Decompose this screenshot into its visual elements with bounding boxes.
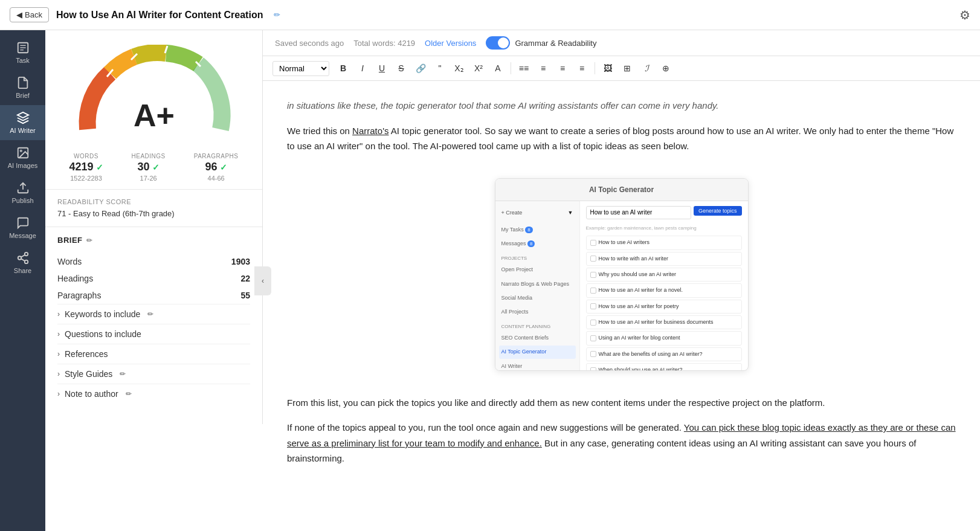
italic-button[interactable]: I (353, 60, 372, 77)
sidebar-item-task-label: Task (16, 57, 30, 64)
sidebar-item-publish[interactable]: Publish (0, 175, 45, 210)
brief-edit-icon[interactable]: ✏ (86, 236, 92, 245)
unordered-list-button[interactable]: ≡ (553, 60, 572, 77)
top-bar-left: ◀ Back How to Use An AI Writer for Conte… (10, 7, 280, 22)
editor-content[interactable]: in situations like these, the topic gene… (263, 81, 980, 531)
svg-line-10 (21, 259, 24, 261)
image-button[interactable]: 🖼 (599, 60, 617, 77)
brief-paragraphs-value: 55 (240, 291, 250, 300)
headings-range: 17-26 (140, 175, 157, 182)
references-label: References (65, 349, 108, 359)
underline-button[interactable]: U (373, 60, 391, 77)
style-guides-chevron: › (57, 370, 60, 378)
sidebar-item-publish-label: Publish (11, 197, 33, 204)
format-select[interactable]: Normal Heading 1 Heading 2 Heading 3 (272, 61, 329, 76)
clear-format-button[interactable]: ℐ (637, 60, 656, 77)
brief-headings-label: Headings (57, 274, 93, 283)
toolbar-separator-1 (511, 62, 511, 74)
older-versions-link[interactable]: Older Versions (425, 39, 476, 48)
note-to-author-label: Note to author (65, 389, 118, 399)
style-guides-collapsible[interactable]: › Style Guides ✏ (57, 364, 250, 384)
sidebar-item-share[interactable]: Share (0, 245, 45, 280)
headings-check: ✓ (152, 163, 160, 172)
sidebar-item-message-label: Message (9, 232, 36, 239)
svg-point-8 (18, 256, 21, 260)
note-to-author-edit-icon[interactable]: ✏ (126, 390, 132, 398)
paragraphs-label: PARAGRAPHS (194, 153, 239, 159)
font-color-button[interactable]: A (489, 60, 507, 77)
para4-prefix: If none of the topics appeal to you, run… (287, 422, 684, 433)
subscript-button[interactable]: X₂ (450, 60, 468, 77)
page-title: How to Use An AI Writer for Content Crea… (56, 10, 263, 21)
keywords-chevron: › (57, 310, 60, 318)
saved-status: Saved seconds ago (275, 39, 344, 48)
quote-button[interactable]: " (431, 60, 449, 77)
svg-point-9 (24, 260, 28, 264)
keywords-label: Keywords to include (65, 309, 140, 319)
mock-header: AI Topic Generator (495, 179, 748, 201)
screenshot-container: AI Topic Generator + Create ▼ My Tasks 8… (287, 166, 956, 383)
grammar-label: Grammar & Readability (515, 39, 596, 48)
brief-title: BRIEF (57, 236, 83, 245)
style-guides-label: Style Guides (65, 369, 112, 379)
note-to-author-collapsible[interactable]: › Note to author ✏ (57, 384, 250, 404)
references-collapsible[interactable]: › References (57, 344, 250, 364)
grammar-toggle[interactable] (486, 36, 510, 50)
readability-title: READABILITY SCORE (57, 198, 250, 205)
gauge-container: A+ (45, 30, 262, 146)
keywords-collapsible[interactable]: › Keywords to include ✏ (57, 304, 250, 324)
toolbar: Normal Heading 1 Heading 2 Heading 3 B I… (263, 56, 980, 81)
back-button[interactable]: ◀ Back (10, 7, 49, 22)
svg-line-11 (21, 255, 24, 257)
table-button[interactable]: ⊞ (618, 60, 636, 77)
score-panel: A+ WORDS 4219 ✓ 1522-2283 HEADINGS 30 (45, 30, 263, 424)
gauge-chart: A+ (69, 45, 239, 138)
total-words: Total words: 4219 (353, 39, 415, 48)
ordered-list-button[interactable]: ≡ (534, 60, 552, 77)
editor-paragraph-2: We tried this on Narrato's AI topic gene… (287, 123, 956, 154)
editor-area: Saved seconds ago Total words: 4219 Olde… (263, 30, 980, 531)
link-button[interactable]: 🔗 (411, 60, 430, 77)
brief-words-value: 1903 (231, 257, 250, 266)
narrato-link[interactable]: Narrato's (352, 126, 388, 136)
mock-generate-button: Generate topics (694, 206, 742, 216)
sidebar-item-ai-writer[interactable]: AI Writer (0, 105, 45, 140)
superscript-button[interactable]: X² (469, 60, 488, 77)
paragraphs-stat: PARAGRAPHS 96 ✓ 44-66 (194, 153, 239, 182)
editor-para2-prefix: We tried this on (287, 126, 352, 136)
align-button[interactable]: ≡ (573, 60, 591, 77)
readability-score: 71 - Easy to Read (6th-7th grade) (57, 209, 250, 218)
paragraphs-check: ✓ (220, 163, 227, 172)
editor-paragraph-3: From this list, you can pick the topics … (287, 395, 956, 411)
mock-body: + Create ▼ My Tasks 8 Messages 8 PROJECT… (495, 201, 748, 370)
sidebar-item-share-label: Share (14, 267, 31, 274)
panel-collapse-handle[interactable]: ‹ (254, 266, 271, 295)
words-stat: WORDS 4219 ✓ 1522-2283 (69, 153, 103, 182)
words-value: 4219 (69, 161, 93, 173)
sidebar-item-task[interactable]: Task (0, 35, 45, 70)
sidebar-item-brief[interactable]: Brief (0, 70, 45, 105)
questions-collapsible[interactable]: › Questions to include (57, 324, 250, 344)
settings-icon[interactable]: ⚙ (959, 8, 970, 22)
sidebar-item-ai-images[interactable]: AI Images (0, 140, 45, 175)
indent-button[interactable]: ≡≡ (515, 60, 533, 77)
editor-paragraph-1: in situations like these, the topic gene… (287, 98, 956, 114)
references-chevron: › (57, 350, 60, 358)
brief-row-headings: Headings 22 (57, 270, 250, 287)
strikethrough-button[interactable]: S (392, 60, 410, 77)
brief-row-words: Words 1903 (57, 253, 250, 270)
brief-words-label: Words (57, 257, 82, 266)
keywords-edit-icon[interactable]: ✏ (147, 310, 153, 318)
headings-value: 30 (138, 161, 150, 173)
svg-point-5 (20, 150, 22, 152)
insert-button[interactable]: ⊕ (657, 60, 675, 77)
brief-paragraphs-label: Paragraphs (57, 291, 101, 300)
brief-headings-value: 22 (240, 274, 250, 283)
sidebar-item-message[interactable]: Message (0, 210, 45, 245)
headings-stat: HEADINGS 30 ✓ 17-26 (132, 153, 166, 182)
note-to-author-chevron: › (57, 390, 60, 398)
title-edit-icon[interactable]: ✏ (274, 10, 280, 19)
style-guides-edit-icon[interactable]: ✏ (120, 370, 126, 378)
mock-main: Generate topics Example: garden maintena… (580, 201, 748, 370)
bold-button[interactable]: B (334, 60, 352, 77)
